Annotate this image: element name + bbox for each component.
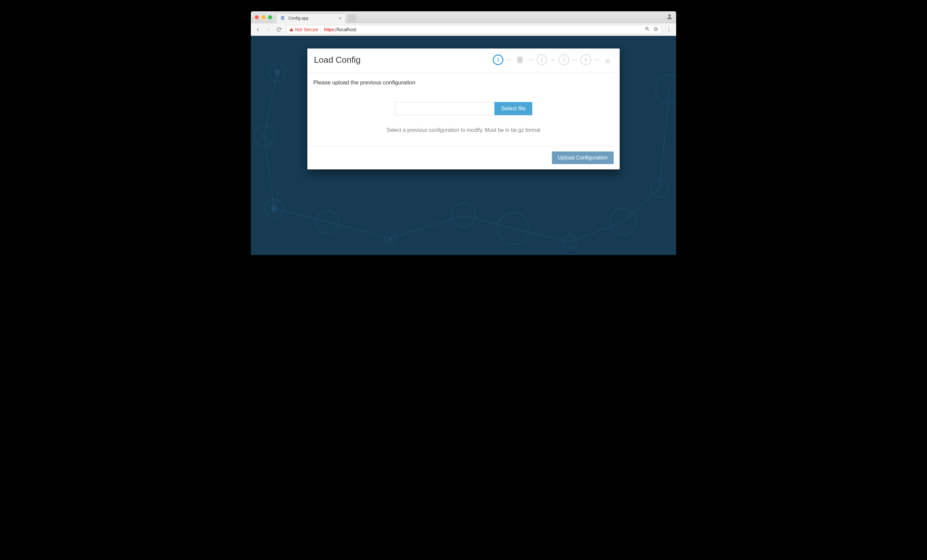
browser-toolbar: Not Secure https://localhost (251, 23, 676, 36)
step-dash (507, 59, 511, 60)
svg-line-25 (513, 229, 570, 242)
page-title: Load Config (314, 55, 360, 65)
file-path-input[interactable] (395, 102, 494, 115)
step-indicator: 1 2 3 4 (493, 55, 613, 65)
step-download-icon (602, 55, 613, 65)
svg-line-19 (264, 73, 277, 135)
svg-line-28 (660, 89, 670, 189)
step-dash (529, 59, 533, 60)
page-viewport: Load Config 1 2 3 4 (251, 36, 676, 255)
window-maximize-button[interactable] (268, 15, 272, 19)
svg-line-21 (274, 209, 327, 222)
svg-line-26 (570, 222, 623, 242)
file-picker-row: Select file (313, 102, 614, 115)
reload-button[interactable] (275, 26, 283, 33)
tab-title: Config app (289, 16, 308, 21)
svg-line-27 (623, 189, 660, 222)
step-database-icon (515, 55, 525, 65)
svg-rect-30 (605, 62, 610, 63)
svg-line-22 (327, 222, 391, 238)
svg-line-20 (264, 135, 274, 209)
bookmark-icon[interactable] (653, 26, 658, 33)
url-scheme: https (324, 27, 334, 32)
separator (321, 27, 321, 32)
card-footer: Upload Configuration (307, 146, 620, 169)
svg-line-23 (391, 215, 464, 238)
select-file-button[interactable]: Select file (494, 102, 532, 115)
url-host: ://localhost (334, 27, 356, 32)
forward-button[interactable] (265, 26, 272, 33)
window-controls (251, 15, 276, 19)
browser-menu-button[interactable] (665, 27, 673, 32)
tab-bar: Config app × (251, 11, 676, 23)
browser-tab[interactable]: Config app × (276, 13, 346, 23)
svg-point-2 (669, 27, 669, 28)
step-dash (573, 59, 577, 60)
window-close-button[interactable] (255, 15, 259, 19)
step-2: 2 (536, 55, 547, 65)
step-dash (550, 59, 555, 60)
svg-line-24 (464, 215, 513, 229)
back-button[interactable] (254, 26, 261, 33)
zoom-icon[interactable] (644, 26, 650, 33)
config-card: Load Config 1 2 3 4 (307, 49, 620, 169)
svg-point-0 (669, 14, 671, 17)
step-3: 3 (559, 55, 569, 65)
profile-icon[interactable] (666, 13, 673, 21)
step-dash (594, 59, 599, 60)
upload-configuration-button[interactable]: Upload Configuration (552, 152, 614, 164)
file-hint: Select a previous configuration to modif… (313, 127, 614, 133)
not-secure-badge: Not Secure (289, 27, 318, 32)
favicon-icon (280, 15, 286, 21)
step-1: 1 (493, 55, 503, 65)
address-bar[interactable]: Not Secure https://localhost (286, 25, 661, 34)
svg-point-18 (655, 75, 676, 103)
window-minimize-button[interactable] (261, 15, 266, 19)
card-body: Please upload the previous configuration… (307, 73, 620, 146)
svg-point-3 (669, 29, 669, 30)
url-text: https://localhost (324, 27, 356, 32)
instruction-text: Please upload the previous configuration (313, 79, 614, 86)
not-secure-label: Not Secure (295, 27, 318, 32)
address-actions (644, 26, 658, 33)
card-header: Load Config 1 2 3 4 (307, 49, 620, 73)
step-4: 4 (581, 55, 591, 65)
new-tab-button[interactable] (348, 14, 356, 22)
svg-point-4 (669, 30, 669, 31)
browser-window: Config app × Not Secure https://localhos… (251, 11, 676, 255)
tab-close-button[interactable]: × (339, 16, 342, 21)
